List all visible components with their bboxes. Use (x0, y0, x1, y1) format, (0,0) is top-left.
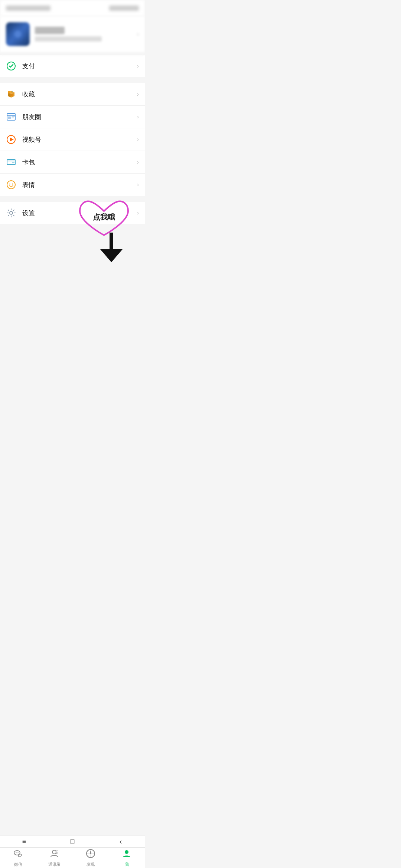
nav-spacer (0, 272, 145, 304)
menu-item-settings[interactable]: 设置 › (0, 202, 145, 224)
video-label: 视频号 (22, 135, 137, 144)
svg-point-10 (7, 181, 15, 189)
pay-section: ¥ 支付 › (0, 55, 145, 77)
settings-wrapper: 设置 › 点我哦 (0, 202, 145, 224)
pay-label: 支付 (22, 62, 137, 70)
settings-section: 设置 › (0, 202, 145, 224)
gray-spacer (0, 227, 145, 272)
menu-item-pay[interactable]: ¥ 支付 › (0, 55, 145, 77)
wallet-arrow-icon: › (137, 159, 139, 165)
collect-icon (6, 89, 16, 99)
svg-point-11 (9, 184, 10, 185)
emoji-icon (6, 180, 16, 190)
moments-label: 朋友圈 (22, 113, 137, 121)
svg-marker-7 (10, 138, 14, 141)
profile-wechat-id (35, 36, 102, 42)
profile-arrow-icon: › (137, 31, 139, 37)
down-arrow-icon (97, 233, 126, 266)
collect-label: 收藏 (22, 90, 137, 99)
video-icon (6, 134, 16, 145)
status-bar (0, 0, 145, 16)
svg-point-1 (14, 30, 22, 38)
svg-marker-16 (100, 249, 123, 262)
svg-point-12 (12, 184, 13, 185)
moments-icon (6, 112, 16, 122)
profile-name (35, 27, 65, 34)
svg-point-13 (10, 211, 13, 214)
emoji-arrow-icon: › (137, 181, 139, 188)
settings-label: 设置 (22, 209, 137, 217)
settings-icon (6, 208, 16, 218)
menu-item-moments[interactable]: 朋友圈 › (0, 106, 145, 128)
emoji-label: 表情 (22, 181, 137, 189)
svg-rect-9 (12, 162, 14, 163)
collect-arrow-icon: › (137, 91, 139, 98)
profile-info (35, 27, 132, 42)
profile-section[interactable]: › (0, 16, 145, 55)
separator-1 (0, 80, 145, 83)
wallet-label: 卡包 (22, 158, 137, 167)
pay-icon: ¥ (6, 61, 16, 71)
menu-item-collect[interactable]: 收藏 › (0, 83, 145, 106)
menu-item-emoji[interactable]: 表情 › (0, 174, 145, 196)
pay-arrow-icon: › (137, 63, 139, 69)
video-arrow-icon: › (137, 136, 139, 143)
avatar (6, 22, 30, 46)
wallet-icon (6, 157, 16, 167)
menu-item-video[interactable]: 视频号 › (0, 128, 145, 151)
separator-2 (0, 199, 145, 202)
svg-rect-5 (8, 116, 11, 119)
services-section: 收藏 › 朋友圈 › 视频号 › (0, 83, 145, 196)
menu-item-wallet[interactable]: 卡包 › (0, 151, 145, 174)
settings-arrow-icon: › (137, 210, 139, 216)
moments-arrow-icon: › (137, 114, 139, 120)
